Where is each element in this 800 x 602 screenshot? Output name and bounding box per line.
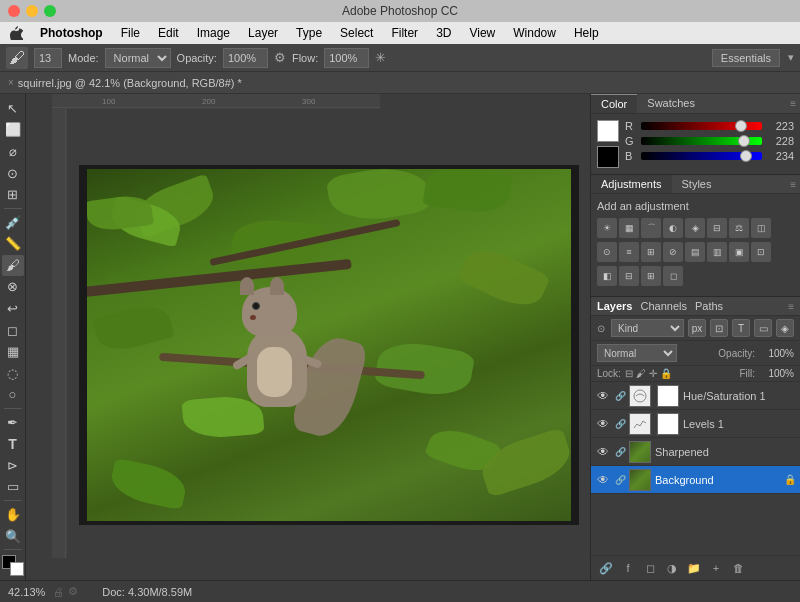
layer-visibility-huesat[interactable]: 👁 [595, 388, 611, 404]
path-select-tool[interactable]: ⊳ [2, 455, 24, 476]
brush-tool[interactable]: 🖌 [2, 255, 24, 276]
lock-position-icon[interactable]: ✛ [649, 368, 657, 379]
menu-image[interactable]: Image [189, 22, 238, 44]
layer-link-sharpened[interactable]: 🔗 [613, 445, 627, 459]
layers-filter-smart[interactable]: ◈ [776, 319, 794, 337]
adj-icon-9[interactable]: ◧ [597, 266, 617, 286]
tab-layers[interactable]: Layers [597, 300, 632, 312]
lock-all-icon[interactable]: 🔒 [660, 368, 672, 379]
adj-icon-12[interactable]: ◻ [663, 266, 683, 286]
g-value[interactable]: 228 [766, 135, 794, 147]
foreground-background-colors[interactable] [2, 555, 24, 576]
fill-value[interactable]: 100% [759, 368, 794, 379]
status-icon-1[interactable]: 🖨 [53, 586, 64, 598]
huesat-adj-icon[interactable]: ⊟ [707, 218, 727, 238]
layer-group-btn[interactable]: 📁 [685, 559, 703, 577]
adj-icon-11[interactable]: ⊞ [641, 266, 661, 286]
r-value[interactable]: 223 [766, 120, 794, 132]
minimize-button[interactable] [26, 5, 38, 17]
layer-row-background[interactable]: 👁 🔗 Background 🔒 [591, 466, 800, 494]
history-brush-tool[interactable]: ↩ [2, 298, 24, 319]
menu-select[interactable]: Select [332, 22, 381, 44]
canvas-area[interactable]: 100 200 300 400 500 [26, 94, 590, 580]
quick-select-tool[interactable]: ⊙ [2, 163, 24, 184]
brush-tool-option[interactable]: 🖌 [6, 47, 28, 69]
foreground-color-preview[interactable] [597, 120, 619, 142]
invert-adj-icon[interactable]: ⊘ [663, 242, 683, 262]
layers-filter-select[interactable]: Kind [611, 319, 684, 337]
color-preview-stack[interactable] [597, 120, 619, 168]
layer-delete-btn[interactable]: 🗑 [729, 559, 747, 577]
brush-preset-icon[interactable]: ⚙ [274, 50, 286, 65]
background-color[interactable] [10, 562, 24, 576]
clone-stamp-tool[interactable]: ⊗ [2, 277, 24, 298]
layers-filter-px[interactable]: px [688, 319, 706, 337]
menu-file[interactable]: File [113, 22, 148, 44]
opacity-value[interactable]: 100% [223, 48, 268, 68]
layer-new-btn[interactable]: + [707, 559, 725, 577]
threshold-adj-icon[interactable]: ▥ [707, 242, 727, 262]
close-button[interactable] [8, 5, 20, 17]
layers-filter-shape[interactable]: ▭ [754, 319, 772, 337]
layers-filter-type[interactable]: T [732, 319, 750, 337]
airbrush-icon[interactable]: ✳ [375, 50, 386, 65]
layer-adj-btn[interactable]: ◑ [663, 559, 681, 577]
marquee-tool[interactable]: ⬜ [2, 120, 24, 141]
eraser-tool[interactable]: ◻ [2, 320, 24, 341]
selectcolor-adj-icon[interactable]: ⊡ [751, 242, 771, 262]
lock-transparent-icon[interactable]: ⊟ [625, 368, 633, 379]
photofilter-adj-icon[interactable]: ⊙ [597, 242, 617, 262]
tab-color[interactable]: Color [591, 94, 637, 113]
curves-adj-icon[interactable]: ⌒ [641, 218, 661, 238]
tab-paths[interactable]: Paths [695, 300, 723, 312]
mode-select[interactable]: Normal [105, 48, 171, 68]
canvas-viewport[interactable] [67, 109, 590, 580]
colorlookup-adj-icon[interactable]: ⊞ [641, 242, 661, 262]
workspace-chevron-icon[interactable]: ▾ [788, 51, 794, 64]
gradient-tool[interactable]: ▦ [2, 341, 24, 362]
type-tool[interactable]: T [2, 434, 24, 455]
brush-size-input[interactable]: 13 [34, 48, 62, 68]
menu-window[interactable]: Window [505, 22, 564, 44]
menu-help[interactable]: Help [566, 22, 607, 44]
move-tool[interactable]: ↖ [2, 98, 24, 119]
posterize-adj-icon[interactable]: ▤ [685, 242, 705, 262]
channelmix-adj-icon[interactable]: ≡ [619, 242, 639, 262]
pen-tool[interactable]: ✒ [2, 412, 24, 433]
blend-mode-select[interactable]: Normal [597, 344, 677, 362]
menu-photoshop[interactable]: Photoshop [32, 22, 111, 44]
lasso-tool[interactable]: ⌀ [2, 141, 24, 162]
eyedropper-tool[interactable]: 💉 [2, 212, 24, 233]
layer-row-sharpened[interactable]: 👁 🔗 Sharpened [591, 438, 800, 466]
levels-adj-icon[interactable]: ▦ [619, 218, 639, 238]
layer-visibility-sharpened[interactable]: 👁 [595, 444, 611, 460]
menu-view[interactable]: View [461, 22, 503, 44]
exposure-adj-icon[interactable]: ◐ [663, 218, 683, 238]
layer-link-levels[interactable]: 🔗 [613, 417, 627, 431]
colorbal-adj-icon[interactable]: ⚖ [729, 218, 749, 238]
brightness-adj-icon[interactable]: ☀ [597, 218, 617, 238]
layers-menu-icon[interactable]: ≡ [788, 300, 794, 312]
layer-mask-btn[interactable]: ◻ [641, 559, 659, 577]
hand-tool[interactable]: ✋ [2, 504, 24, 525]
ruler-tool[interactable]: 📏 [2, 233, 24, 254]
layer-link-btn[interactable]: 🔗 [597, 559, 615, 577]
menu-type[interactable]: Type [288, 22, 330, 44]
menu-layer[interactable]: Layer [240, 22, 286, 44]
zoom-tool[interactable]: 🔍 [2, 526, 24, 547]
essentials-button[interactable]: Essentials [712, 49, 780, 67]
layer-link-background[interactable]: 🔗 [613, 473, 627, 487]
lock-pixels-icon[interactable]: 🖌 [636, 368, 646, 379]
bw-adj-icon[interactable]: ◫ [751, 218, 771, 238]
flow-value[interactable]: 100% [324, 48, 369, 68]
b-slider[interactable] [641, 152, 762, 160]
tab-swatches[interactable]: Swatches [637, 94, 705, 113]
layer-row-huesat[interactable]: 👁 🔗 Hue/Saturation 1 [591, 382, 800, 410]
gradient-adj-icon[interactable]: ▣ [729, 242, 749, 262]
menu-filter[interactable]: Filter [383, 22, 426, 44]
layer-style-btn[interactable]: f [619, 559, 637, 577]
adj-panel-menu[interactable]: ≡ [790, 175, 800, 193]
layer-link-huesat[interactable]: 🔗 [613, 389, 627, 403]
tab-channels[interactable]: Channels [640, 300, 686, 312]
crop-tool[interactable]: ⊞ [2, 184, 24, 205]
